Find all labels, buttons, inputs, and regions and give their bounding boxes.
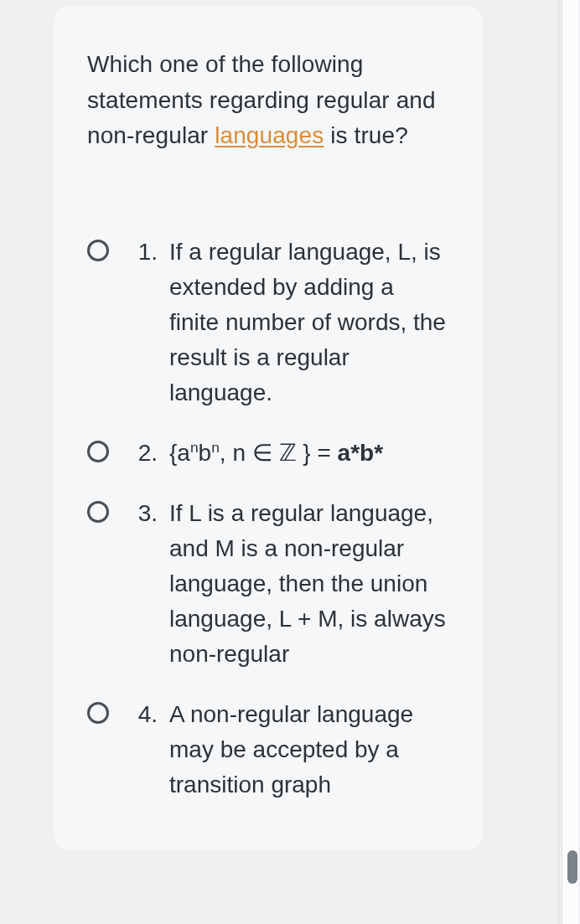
- radio-2[interactable]: [87, 441, 109, 462]
- content-area: Which one of the following statements re…: [10, 0, 551, 849]
- option-1[interactable]: 1. If a regular language, L, is extended…: [87, 235, 449, 410]
- scrollbar-thumb[interactable]: [567, 850, 577, 884]
- question-card: Which one of the following statements re…: [54, 7, 483, 849]
- option-1-number: 1.: [124, 235, 158, 270]
- option-3[interactable]: 3. If L is a regular language, and M is …: [87, 496, 449, 672]
- options-list: 1. If a regular language, L, is extended…: [87, 235, 449, 803]
- option-4[interactable]: 4. A non-regular language may be accepte…: [87, 697, 449, 803]
- radio-1[interactable]: [87, 240, 109, 261]
- option-4-number: 4.: [124, 697, 158, 732]
- question-text-post: is true?: [324, 122, 408, 148]
- option-1-text: If a regular language, L, is extended by…: [169, 235, 449, 410]
- panel-divider: [557, 0, 560, 924]
- radio-4[interactable]: [87, 702, 109, 724]
- option-2-number: 2.: [124, 436, 158, 471]
- option-3-number: 3.: [124, 496, 158, 531]
- scrollbar-track[interactable]: [562, 0, 578, 924]
- option-2-text: {anbn, n ∈ ℤ } = a*b*: [169, 436, 449, 471]
- question-text: Which one of the following statements re…: [87, 47, 449, 154]
- option-3-text: If L is a regular language, and M is a n…: [169, 496, 449, 672]
- option-2[interactable]: 2. {anbn, n ∈ ℤ } = a*b*: [87, 436, 449, 471]
- radio-3[interactable]: [87, 501, 109, 523]
- languages-link[interactable]: languages: [215, 122, 324, 148]
- option-4-text: A non-regular language may be accepted b…: [169, 697, 449, 803]
